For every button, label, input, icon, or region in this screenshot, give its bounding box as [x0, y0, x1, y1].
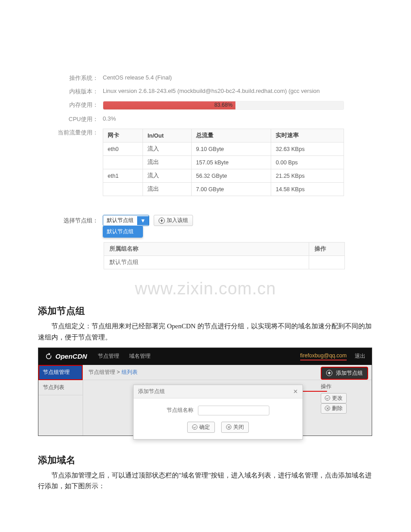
table-cell: 32.63 KBps	[271, 142, 344, 156]
app-brand: OpenCDN	[55, 352, 87, 360]
check-circle-icon	[192, 424, 197, 430]
nav-domain-mgmt[interactable]: 域名管理	[129, 352, 151, 360]
chevron-down-icon: ▼	[137, 216, 149, 225]
table-cell: 9.10 GByte	[191, 142, 271, 156]
th-group-name: 所属组名称	[104, 243, 309, 256]
check-circle-icon	[325, 395, 330, 401]
add-nodegroup-button[interactable]: 添加节点组	[321, 367, 368, 380]
nodegroup-label: 选择节点组：	[0, 217, 103, 225]
modal-ok-label: 确定	[199, 423, 210, 431]
paragraph-add-nodegroup: 节点组定义：节点组用来对已经部署完 OpenCDN 的节点进行分组，以实现将不同…	[38, 321, 373, 343]
sidebar-item-nodegroup-mgmt[interactable]: 节点组管理	[38, 365, 83, 380]
th-io: In/Out	[143, 129, 191, 142]
nodegroup-select-value: 默认节点组	[103, 215, 137, 226]
table-cell: 14.58 KBps	[271, 183, 344, 196]
operations-column: 操作 更改 删除	[321, 381, 369, 414]
heading-add-nodegroup: 添加节点组	[38, 305, 411, 317]
th-nic: 网卡	[103, 129, 143, 142]
table-row: eth0流入9.10 GByte32.63 KBps	[103, 142, 344, 156]
delete-label: 删除	[332, 405, 343, 412]
table-cell	[103, 183, 143, 196]
table-cell: 21.25 KBps	[271, 169, 344, 183]
system-info-panel: 操作系统： CentOS release 5.4 (Final) 内核版本： L…	[0, 71, 411, 199]
add-nodegroup-modal: 添加节点组 ✕ 节点组名称 确定 关闭	[133, 385, 303, 440]
refresh-icon	[45, 352, 53, 360]
delete-button[interactable]: 删除	[321, 403, 347, 414]
traffic-table: 网卡 In/Out 总流量 实时速率 eth0流入9.10 GByte32.63…	[103, 129, 344, 196]
plus-circle-icon	[326, 370, 332, 376]
traffic-label: 当前流量使用：	[0, 129, 103, 137]
kernel-label: 内核版本：	[0, 88, 103, 96]
nodegroup-name-input[interactable]	[198, 406, 269, 415]
crumb-sep: >	[115, 369, 122, 375]
join-group-button[interactable]: 加入该组	[154, 215, 193, 226]
plus-circle-icon	[159, 218, 165, 224]
memory-bar: 83.68%	[103, 101, 344, 110]
kernel-value: Linux version 2.6.18-243.el5 (mockbuild@…	[103, 88, 411, 94]
table-cell: 0.00 Bps	[271, 156, 344, 169]
table-cell: 56.32 GByte	[191, 169, 271, 183]
table-cell: 流入	[143, 169, 191, 183]
table-cell: 流入	[143, 142, 191, 156]
table-cell: 流出	[143, 183, 191, 196]
sidebar-item-node-list[interactable]: 节点列表	[38, 380, 83, 395]
app-header: OpenCDN 节点管理 域名管理 firefoxbug@qq.com 退出	[38, 348, 372, 365]
modal-title: 添加节点组	[138, 388, 165, 395]
table-row: 默认节点组	[104, 256, 345, 269]
table-cell	[103, 156, 143, 169]
table-row: 流出157.05 kByte0.00 Bps	[103, 156, 344, 169]
breadcrumb: 节点组管理 > 组列表 添加节点组	[83, 365, 372, 380]
th-total: 总流量	[191, 129, 271, 142]
user-email[interactable]: firefoxbug@qq.com	[300, 352, 347, 360]
table-row: eth1流入56.32 GByte21.25 KBps	[103, 169, 344, 183]
modal-close-label: 关闭	[233, 423, 244, 431]
app-main: 节点组管理 > 组列表 添加节点组 操作 更改 删除 添加节点组 ✕	[83, 365, 372, 436]
edit-button[interactable]: 更改	[321, 393, 347, 403]
logout-link[interactable]: 退出	[355, 352, 365, 360]
edit-label: 更改	[332, 394, 343, 402]
table-cell: eth1	[103, 169, 143, 183]
add-nodegroup-label: 添加节点组	[336, 369, 363, 377]
crumb-b: 组列表	[122, 369, 138, 375]
table-cell: eth0	[103, 142, 143, 156]
nodegroup-option[interactable]: 默认节点组	[103, 226, 143, 237]
memory-bar-label: 83.68%	[103, 102, 344, 108]
cell-group-name: 默认节点组	[104, 256, 309, 269]
cpu-label: CPU使用：	[0, 115, 103, 123]
join-group-label: 加入该组	[167, 217, 188, 224]
nav-node-mgmt[interactable]: 节点管理	[98, 352, 119, 360]
mem-label: 内存使用：	[0, 101, 103, 109]
sidebar: 节点组管理 节点列表	[38, 365, 83, 436]
table-cell: 流出	[143, 156, 191, 169]
cell-group-ops	[309, 256, 345, 269]
paragraph-add-domain: 节点添加管理之后，可以通过顶部状态栏的"域名管理"按钮，进入域名列表，进行域名管…	[38, 470, 373, 492]
x-circle-icon	[226, 424, 231, 430]
nodegroup-select[interactable]: 默认节点组 ▼	[103, 215, 149, 226]
nodegroup-dropdown[interactable]: 默认节点组	[103, 226, 143, 238]
table-cell: 157.05 kByte	[191, 156, 271, 169]
table-cell: 7.00 GByte	[191, 183, 271, 196]
close-icon[interactable]: ✕	[293, 388, 298, 395]
modal-close-button[interactable]: 关闭	[221, 422, 249, 433]
th-group-ops: 操作	[309, 243, 345, 256]
modal-field-label: 节点组名称	[167, 406, 193, 414]
app-logo[interactable]: OpenCDN	[45, 352, 87, 360]
cpu-value: 0.3%	[103, 115, 411, 122]
os-label: 操作系统：	[0, 74, 103, 82]
os-value: CentOS release 5.4 (Final)	[103, 74, 411, 81]
table-row: 流出7.00 GByte14.58 KBps	[103, 183, 344, 196]
crumb-a[interactable]: 节点组管理	[88, 369, 115, 375]
opencdn-app-screenshot: OpenCDN 节点管理 域名管理 firefoxbug@qq.com 退出 ▼…	[38, 348, 372, 436]
th-rate: 实时速率	[271, 129, 344, 142]
x-circle-icon	[325, 406, 330, 411]
nodegroup-table: 所属组名称 操作 默认节点组	[104, 242, 345, 269]
watermark-text: www.zixin.com.cn	[0, 279, 411, 298]
heading-add-domain: 添加域名	[38, 454, 411, 466]
ops-header: 操作	[321, 381, 369, 393]
modal-ok-button[interactable]: 确定	[187, 422, 215, 433]
